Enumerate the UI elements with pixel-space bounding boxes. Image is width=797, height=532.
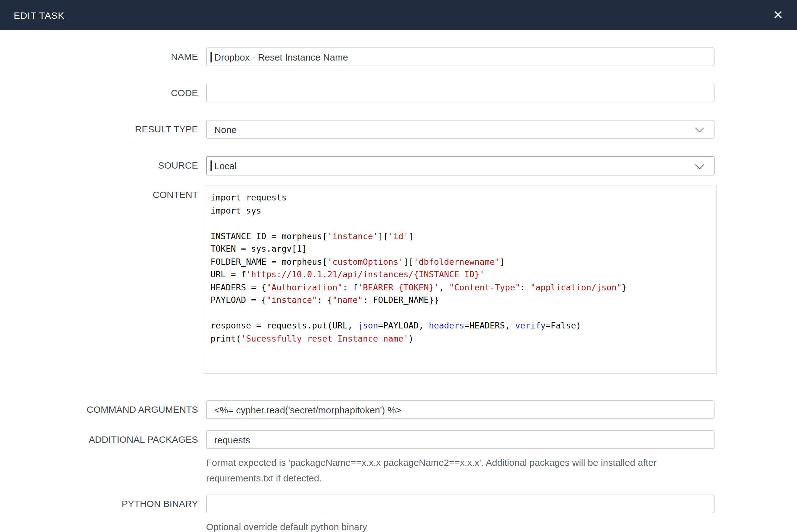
python-binary-input[interactable] <box>206 495 715 513</box>
form-row-python-binary: PYTHON BINARY Optional override default … <box>0 495 797 532</box>
edit-task-form: NAME CODE RESULT TYPE None SOURCE <box>0 30 797 532</box>
code-input[interactable] <box>206 84 715 102</box>
code-label: CODE <box>0 84 206 98</box>
form-row-source: SOURCE Local <box>0 156 797 175</box>
source-field: Local <box>206 156 715 175</box>
chevron-down-icon <box>695 160 704 169</box>
command-arguments-label: COMMAND ARGUMENTS <box>0 400 206 415</box>
chevron-down-icon <box>695 124 704 132</box>
result-type-label: RESULT TYPE <box>0 120 206 134</box>
command-arguments-field <box>206 400 715 419</box>
edit-task-modal: EDIT TASK ✕ NAME CODE RESULT TYPE None <box>0 0 797 532</box>
result-type-select[interactable]: None <box>206 120 715 139</box>
python-binary-label: PYTHON BINARY <box>0 495 206 509</box>
form-row-name: NAME <box>0 48 797 66</box>
form-row-content: CONTENT import requestsimport sys INSTAN… <box>0 185 797 374</box>
result-type-value: None <box>214 124 237 135</box>
source-value: Local <box>214 160 237 171</box>
name-label: NAME <box>0 48 206 62</box>
additional-packages-label: ADDITIONAL PACKAGES <box>0 430 206 444</box>
result-type-field: None <box>206 120 715 139</box>
content-field: import requestsimport sys INSTANCE_ID = … <box>206 185 715 374</box>
source-select[interactable]: Local <box>206 156 715 175</box>
name-input[interactable] <box>206 48 715 66</box>
close-icon[interactable]: ✕ <box>773 9 783 21</box>
additional-packages-input[interactable] <box>206 430 715 449</box>
source-label: SOURCE <box>0 156 206 170</box>
command-arguments-input[interactable] <box>206 400 715 419</box>
form-row-code: CODE <box>0 84 797 102</box>
modal-header: EDIT TASK ✕ <box>0 0 797 30</box>
name-field <box>206 48 715 66</box>
content-code-editor[interactable]: import requestsimport sys INSTANCE_ID = … <box>204 185 717 374</box>
text-caret <box>210 160 211 171</box>
additional-packages-field: Format expected is 'packageName==x.x.x p… <box>206 430 715 486</box>
additional-packages-help: Format expected is 'packageName==x.x.x p… <box>206 455 715 486</box>
text-caret <box>210 52 211 62</box>
content-label: CONTENT <box>0 185 206 200</box>
form-row-command-arguments: COMMAND ARGUMENTS <box>0 400 797 419</box>
python-binary-field: Optional override default python binary <box>206 495 715 532</box>
modal-title: EDIT TASK <box>14 10 65 20</box>
code-field <box>206 84 715 102</box>
form-row-additional-packages: ADDITIONAL PACKAGES Format expected is '… <box>0 430 797 486</box>
form-row-result-type: RESULT TYPE None <box>0 120 797 139</box>
python-binary-help: Optional override default python binary <box>206 519 715 532</box>
